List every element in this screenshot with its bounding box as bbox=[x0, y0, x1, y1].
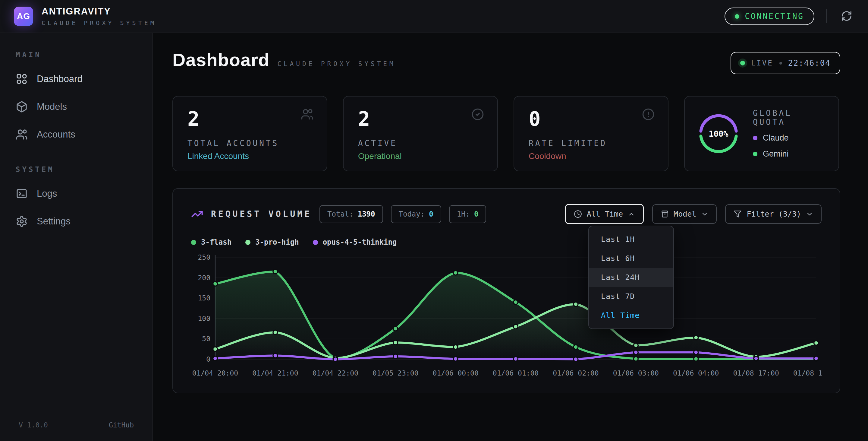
model-filter-button[interactable]: Model bbox=[652, 204, 717, 224]
grid-icon bbox=[16, 73, 28, 85]
dropdown-item-last-6h[interactable]: Last 6H bbox=[589, 249, 673, 268]
quota-ring: 100% bbox=[698, 113, 739, 154]
live-separator-dot bbox=[779, 62, 782, 64]
sidebar-item-logs[interactable]: Logs bbox=[0, 180, 153, 208]
hour-requests-pill: 1H: 0 bbox=[449, 205, 487, 223]
svg-text:01/06 02:00: 01/06 02:00 bbox=[553, 369, 598, 377]
svg-text:01/08 18:00: 01/08 18:00 bbox=[793, 369, 822, 377]
dropdown-item-last-1h[interactable]: Last 1H bbox=[589, 230, 673, 249]
chevron-down-icon bbox=[806, 210, 813, 218]
hour-requests-value: 0 bbox=[474, 210, 478, 218]
version-label: V 1.0.0 bbox=[19, 421, 48, 429]
logo-text: AG bbox=[17, 11, 30, 21]
stat-label: RATE LIMITED bbox=[529, 139, 653, 148]
dropdown-item-last-7d[interactable]: Last 7D bbox=[589, 287, 673, 306]
chevron-down-icon bbox=[701, 210, 708, 218]
connection-status-badge: CONNECTING bbox=[724, 7, 814, 25]
brand: ANTIGRAVITY CLAUDE PROXY SYSTEM bbox=[41, 6, 156, 27]
svg-text:01/06 04:00: 01/06 04:00 bbox=[673, 369, 719, 377]
svg-text:100: 100 bbox=[198, 315, 210, 322]
svg-text:01/04 21:00: 01/04 21:00 bbox=[252, 369, 298, 377]
refresh-icon bbox=[841, 10, 852, 23]
svg-text:250: 250 bbox=[198, 254, 210, 261]
sidebar-item-accounts[interactable]: Accounts bbox=[0, 121, 153, 148]
stat-sublabel: Operational bbox=[358, 151, 483, 161]
legend-item-3-pro-high[interactable]: 3-pro-high bbox=[245, 238, 299, 246]
gear-icon bbox=[16, 215, 28, 228]
app-logo: AG bbox=[14, 7, 33, 26]
svg-text:01/06 03:00: 01/06 03:00 bbox=[613, 369, 659, 377]
refresh-button[interactable] bbox=[839, 8, 854, 24]
quota-label: GLOBAL QUOTA bbox=[753, 109, 825, 127]
live-clock: 22:46:04 bbox=[788, 59, 831, 67]
github-link[interactable]: GitHub bbox=[109, 421, 134, 429]
today-requests-pill: Today: 0 bbox=[391, 205, 441, 223]
archive-box-icon bbox=[661, 210, 669, 218]
time-range-dropdown: Last 1H Last 6H Last 24H Last 7D All Tim… bbox=[588, 226, 674, 329]
sidebar-section-system: SYSTEM bbox=[0, 165, 153, 174]
quota-legend-claude: Claude bbox=[753, 133, 825, 143]
svg-text:200: 200 bbox=[198, 274, 210, 282]
circle-alert-icon bbox=[642, 108, 655, 121]
circle-check-icon bbox=[471, 108, 484, 121]
svg-text:01/06 01:00: 01/06 01:00 bbox=[493, 369, 538, 377]
chevron-up-icon bbox=[628, 210, 635, 218]
stat-card-total-accounts: 2 TOTAL ACCOUNTS Linked Accounts bbox=[173, 96, 327, 171]
svg-text:01/04 20:00: 01/04 20:00 bbox=[192, 369, 238, 377]
stat-sublabel: Cooldown bbox=[529, 151, 653, 161]
sidebar-item-label: Settings bbox=[37, 216, 70, 227]
live-status-label: LIVE bbox=[751, 59, 773, 67]
cube-icon bbox=[16, 101, 28, 113]
funnel-icon bbox=[734, 210, 742, 218]
live-status-dot bbox=[740, 61, 745, 65]
time-range-button[interactable]: All Time bbox=[565, 204, 644, 224]
page-subtitle: CLAUDE PROXY SYSTEM bbox=[277, 60, 396, 67]
filter-button[interactable]: Filter (3/3) bbox=[725, 204, 822, 224]
claude-dot bbox=[753, 136, 757, 140]
total-requests-pill: Total: 1390 bbox=[319, 205, 383, 223]
sidebar-item-label: Models bbox=[37, 101, 67, 112]
stat-value: 0 bbox=[529, 109, 653, 129]
svg-text:50: 50 bbox=[202, 335, 210, 343]
series-dot bbox=[245, 240, 250, 245]
stat-card-rate-limited: 0 RATE LIMITED Cooldown bbox=[514, 96, 669, 171]
series-dot bbox=[313, 240, 318, 245]
quota-legend-gemini: Gemini bbox=[753, 149, 825, 159]
svg-text:01/06 00:00: 01/06 00:00 bbox=[433, 369, 478, 377]
sidebar-item-label: Dashboard bbox=[37, 74, 83, 85]
quota-percent: 100% bbox=[698, 113, 739, 154]
stat-cards-row: 2 TOTAL ACCOUNTS Linked Accounts 2 ACTIV… bbox=[173, 96, 840, 171]
stat-card-active: 2 ACTIVE Operational bbox=[343, 96, 498, 171]
global-quota-card: 100% GLOBAL QUOTA Claude Gemini bbox=[684, 96, 839, 171]
users-icon bbox=[301, 108, 313, 121]
svg-text:01/05 23:00: 01/05 23:00 bbox=[373, 369, 418, 377]
sidebar-item-dashboard[interactable]: Dashboard bbox=[0, 65, 153, 93]
sidebar-item-settings[interactable]: Settings bbox=[0, 208, 153, 235]
sidebar-item-models[interactable]: Models bbox=[0, 93, 153, 121]
stat-sublabel: Linked Accounts bbox=[187, 151, 312, 161]
page-title: Dashboard bbox=[173, 50, 270, 70]
sidebar-section-main: MAIN bbox=[0, 51, 153, 59]
request-volume-chart: 05010015020025001/04 20:0001/04 21:0001/… bbox=[191, 252, 822, 385]
clock-icon bbox=[574, 210, 582, 218]
svg-text:150: 150 bbox=[198, 294, 210, 302]
request-volume-panel: REQUEST VOLUME Total: 1390 Today: 0 1H: … bbox=[173, 188, 840, 393]
chart-legend: 3-flash 3-pro-high opus-4-5-thinking bbox=[191, 238, 822, 246]
top-bar: AG ANTIGRAVITY CLAUDE PROXY SYSTEM CONNE… bbox=[0, 0, 868, 33]
stat-label: TOTAL ACCOUNTS bbox=[187, 139, 312, 148]
today-requests-value: 0 bbox=[429, 210, 433, 218]
legend-item-opus-4-5-thinking[interactable]: opus-4-5-thinking bbox=[313, 238, 397, 246]
app-title: ANTIGRAVITY bbox=[41, 6, 156, 17]
dropdown-item-all-time[interactable]: All Time bbox=[589, 306, 673, 325]
svg-text:01/04 22:00: 01/04 22:00 bbox=[313, 369, 358, 377]
connection-status-label: CONNECTING bbox=[745, 12, 804, 21]
svg-text:0: 0 bbox=[206, 355, 210, 363]
sidebar-item-label: Accounts bbox=[37, 129, 75, 140]
terminal-icon bbox=[16, 187, 28, 200]
topbar-divider bbox=[827, 9, 827, 23]
app-subtitle: CLAUDE PROXY SYSTEM bbox=[41, 19, 156, 27]
stat-label: ACTIVE bbox=[358, 139, 483, 148]
legend-item-3-flash[interactable]: 3-flash bbox=[191, 238, 231, 246]
dropdown-item-last-24h[interactable]: Last 24H bbox=[589, 268, 673, 287]
connection-status-dot bbox=[735, 14, 739, 19]
